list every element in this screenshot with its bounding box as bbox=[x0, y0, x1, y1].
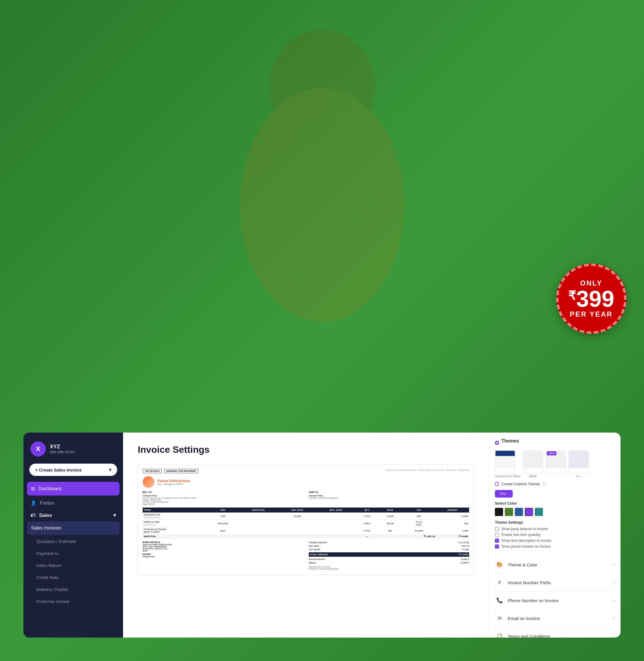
account-no: Account No: 20241117720 bbox=[143, 548, 303, 550]
color-swatch-blue[interactable] bbox=[515, 508, 523, 516]
col-qty: QTY. bbox=[356, 507, 378, 513]
sidebar-item-dashboard[interactable]: ⊞ Dashboard bbox=[27, 482, 119, 496]
email-icon: ✉ bbox=[495, 614, 504, 623]
color-swatch-green[interactable] bbox=[505, 508, 513, 516]
sidebar-header: X XYZ 999 999 XXXX bbox=[23, 441, 123, 464]
sidebar-item-payment-in[interactable]: Payment In bbox=[23, 547, 123, 559]
settings-item-phone[interactable]: 📞 Phone Number on Invoice › bbox=[495, 592, 615, 610]
theme-item-cr[interactable] bbox=[569, 450, 589, 474]
payment-in-label: Payment In bbox=[36, 551, 59, 556]
table-row: PARLE-G 2000beel biscuit 40011209 1 BOX … bbox=[143, 520, 469, 527]
sidebar-item-quotation[interactable]: Quotation / Estimate bbox=[23, 535, 123, 547]
subtotal-label: SUBTOTAL bbox=[143, 534, 356, 539]
ship-to-label: SHIP TO bbox=[309, 491, 469, 494]
tag-icon: 🏷 bbox=[30, 513, 36, 518]
new-badge: NEW bbox=[547, 451, 556, 455]
color-swatch-teal[interactable] bbox=[535, 508, 543, 516]
email-chevron: › bbox=[613, 616, 615, 621]
igst2-row: IGST @18%₹ 1,800 bbox=[309, 548, 469, 551]
theme-item-new[interactable]: NEW bbox=[546, 450, 566, 474]
settings-item-theme-color[interactable]: 🎨 Theme & Color › bbox=[495, 556, 615, 574]
email-label: Email on Invoice bbox=[508, 616, 540, 621]
theme-label-stylish: Stylish bbox=[523, 475, 543, 478]
sidebar-item-credit-note[interactable]: Credit Note bbox=[23, 571, 123, 583]
checkbox-phone-number: Show phone number on Invoice bbox=[495, 544, 615, 548]
theme-item-advanced-gst[interactable] bbox=[495, 450, 515, 474]
company-info: XYZ 999 999 XXXX bbox=[50, 444, 75, 454]
create-invoice-button[interactable]: + Create Sales Invoice ▾ bbox=[29, 464, 117, 476]
party-name: Sample Party bbox=[143, 494, 303, 497]
checkbox-item-desc: Show item description in invoice bbox=[495, 539, 615, 543]
checkbox-free-item-box[interactable] bbox=[495, 533, 499, 537]
col-mfg: MFG. DATE bbox=[316, 507, 356, 513]
color-swatch-purple[interactable] bbox=[525, 508, 533, 516]
invoice-preview: TAX INVOICE ORIGINAL FOR RECIPIENT Invoi… bbox=[138, 464, 474, 575]
main-content: Invoice Settings TAX INVOICE ORIGINAL FO… bbox=[123, 432, 489, 638]
original-badge: ORIGINAL FOR RECIPIENT bbox=[164, 469, 198, 473]
phone-chevron: › bbox=[613, 598, 615, 603]
right-panel: Themes Advanced GST (New) Stylish bbox=[489, 432, 621, 638]
person-image bbox=[117, 0, 527, 351]
col-items: ITEMS bbox=[143, 507, 207, 513]
settings-item-terms[interactable]: 📋 Terms and Conditions › bbox=[495, 627, 615, 638]
theme-label-cr: Cr... bbox=[569, 475, 589, 478]
theme-item-stylish[interactable] bbox=[523, 450, 543, 474]
create-custom-radio[interactable] bbox=[495, 482, 499, 486]
col-hsn: HSN bbox=[207, 507, 239, 513]
sidebar-item-sales-return[interactable]: Sales Return bbox=[23, 559, 123, 571]
proforma-invoice-label: Proforma Invoice bbox=[36, 599, 69, 604]
invoice-prefix-label: Invoice Number Prefix bbox=[508, 580, 551, 585]
checkbox-party-balance-box[interactable] bbox=[495, 527, 499, 531]
sidebar-item-delivery-challan[interactable]: Delivery Challan bbox=[23, 583, 123, 595]
settings-item-email[interactable]: ✉ Email on Invoice › bbox=[495, 610, 615, 627]
theme-color-chevron: › bbox=[613, 562, 615, 567]
col-batch: BATCH NO. bbox=[239, 507, 279, 513]
credit-note-label: Credit Note bbox=[36, 575, 59, 580]
parties-icon: 👤 bbox=[30, 500, 36, 506]
sales-return-label: Sales Return bbox=[36, 563, 62, 568]
invoice-prefix-chevron: › bbox=[613, 580, 615, 585]
themes-radio[interactable] bbox=[495, 441, 499, 445]
phone-label: Phone Number on Invoice bbox=[508, 598, 558, 603]
bank: Bank: bbox=[143, 550, 303, 552]
sidebar-item-sales[interactable]: 🏷 Sales ▾ bbox=[23, 510, 123, 521]
rupee-symbol: ₹ bbox=[568, 290, 576, 302]
received-row: Received Amount₹ 4,453.5 bbox=[309, 558, 469, 561]
checkbox-phone-number-box[interactable] bbox=[495, 544, 499, 548]
color-swatches bbox=[495, 508, 615, 516]
notes-label: NOTES bbox=[143, 553, 303, 556]
company-phone: 999 999 XXXX bbox=[50, 450, 75, 454]
balance-row: Balance₹ 9,596.5 bbox=[309, 561, 469, 565]
total-row: TOTAL AMOUNT₹ 14,050 bbox=[309, 552, 469, 557]
create-custom-row: Create Custom Theme ⓘ bbox=[495, 481, 615, 487]
total-words: Total Amount (in words)Fourteen Thousand… bbox=[309, 566, 469, 570]
checkbox-party-balance: Show party balance in Invoice bbox=[495, 527, 615, 531]
checkbox-free-item: Enable free Item quantity bbox=[495, 533, 615, 537]
sidebar-item-parties[interactable]: 👤 Parties bbox=[23, 496, 123, 510]
quotation-label: Quotation / Estimate bbox=[36, 539, 76, 544]
sales-chevron-icon: ▾ bbox=[113, 512, 116, 518]
bank-details-label: BANK DETAILS bbox=[143, 541, 303, 544]
terms-label: Terms and Conditions bbox=[508, 634, 550, 638]
sidebar-item-proforma-invoice[interactable]: Proforma Invoice bbox=[23, 595, 123, 607]
sales-label: Sales bbox=[39, 513, 52, 518]
party-gstin: GSTIN: 07ABCCH27DH4ZZ bbox=[143, 501, 303, 503]
invoice-company-addr: zkxx, Telangana, 500093 bbox=[157, 483, 190, 486]
invoice-prefix-icon: # bbox=[495, 578, 504, 587]
price-amount: 399 bbox=[576, 287, 614, 310]
ifsc: IFSC Code: SBIN0000873 bbox=[143, 546, 303, 548]
checkbox-item-desc-box[interactable] bbox=[495, 539, 499, 543]
sales-invoices-label: Sales Invoices bbox=[31, 525, 61, 531]
settings-item-invoice-prefix[interactable]: # Invoice Number Prefix › bbox=[495, 574, 615, 592]
table-row: SAMSUNG A30samsung phone 1234 10,000 1 P… bbox=[143, 513, 469, 520]
company-logo: ⚡ bbox=[143, 476, 155, 488]
create-invoice-label: + Create Sales Invoice bbox=[35, 467, 82, 472]
invoice-company-name: Karan Enterprises bbox=[157, 478, 190, 483]
invoice-no-label: Invoice No.: AABBCCDD/202 Invoice Date: … bbox=[386, 469, 469, 472]
ship-addr: 1234123 234324234, Bengaluru, bbox=[309, 497, 469, 499]
sidebar-item-sales-invoices[interactable]: Sales Invoices bbox=[27, 521, 119, 535]
info-icon: ⓘ bbox=[542, 481, 546, 487]
color-swatch-black[interactable] bbox=[495, 508, 503, 516]
create-button[interactable]: Cre... bbox=[495, 490, 513, 498]
delivery-challan-label: Delivery Challan bbox=[36, 587, 68, 592]
